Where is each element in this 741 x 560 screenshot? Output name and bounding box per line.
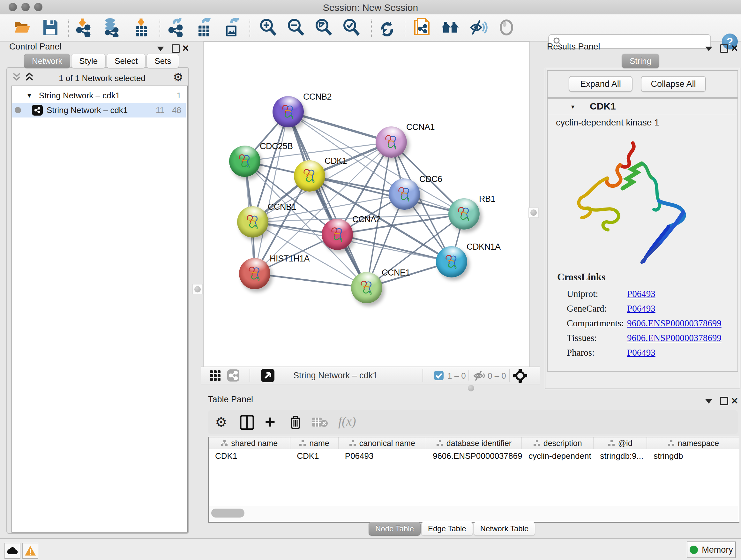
crosslink-compartments[interactable]: 9606.ENSP00000378699 [627,318,722,328]
zoom-in-button[interactable] [259,17,278,38]
network-options-gear-icon[interactable]: ⚙ [173,71,183,83]
node-RB1[interactable] [448,198,480,230]
network-collection-row[interactable]: ▼ String Network – cdk1 1 [12,88,186,103]
control-panel-close-icon[interactable]: ✕ [182,44,189,53]
column-header-namespace[interactable]: namespace [647,437,739,449]
export-network-button[interactable] [166,17,185,38]
gene-collapse-icon[interactable]: ▾ [571,103,575,111]
zoom-selected-button[interactable] [342,17,361,38]
node-label-CCNA2: CCNA2 [352,214,381,225]
network-row-selected[interactable]: String Network – cdk1 11 48 [12,103,186,118]
string-panel-toggle-button[interactable] [227,369,239,383]
scrollbar-thumb[interactable] [211,509,245,517]
collapse-all-button[interactable]: Collapse All [641,76,706,92]
show-column-selector-button[interactable] [240,415,254,431]
node-CDK1[interactable] [294,160,325,192]
selected-nodes-checkbox[interactable] [434,371,444,381]
fit-selected-target-button[interactable] [513,369,527,384]
table-panel-close-icon[interactable]: ✕ [731,396,738,406]
export-image-button[interactable] [222,17,242,38]
string-home-button[interactable] [441,17,460,38]
node-CCNB2[interactable] [273,96,304,127]
table-row[interactable]: CDK1 CDK1 P06493 9606.ENSP00000378699 cy… [209,449,739,463]
tab-network[interactable]: Network [24,54,70,68]
birdseye-view-button[interactable] [210,370,221,382]
results-panel-float-icon[interactable] [720,44,728,53]
table-panel-float-icon[interactable] [720,397,728,405]
crosslink-pharos[interactable]: P06493 [627,348,656,358]
control-panel-float-icon[interactable] [172,44,180,53]
cell-description[interactable]: cyclin-dependent ... [522,449,594,463]
save-session-button[interactable] [41,17,60,38]
column-header-name[interactable]: name [290,437,339,449]
attribute-icon [436,440,443,447]
collapse-all-networks-button[interactable] [11,72,22,83]
results-panel-close-icon[interactable]: ✕ [731,44,738,53]
cell-database-identifier[interactable]: 9606.ENSP00000378699 [426,449,522,463]
tab-select[interactable]: Select [107,54,145,68]
network-list: ▼ String Network – cdk1 1 String Network… [11,85,188,533]
hide-glass-effect-button[interactable] [469,17,488,38]
crosslink-genecard[interactable]: P06493 [627,303,656,314]
table-panel-menu-icon[interactable] [705,399,712,403]
node-CDC25B[interactable] [229,145,260,177]
cell-shared-name[interactable]: CDK1 [209,449,290,463]
cell-id[interactable]: stringdb:9... [594,449,647,463]
open-session-button[interactable] [13,17,32,38]
control-panel-menu-icon[interactable] [157,47,164,51]
tab-edge-table[interactable]: Edge Table [421,522,473,536]
node-CCNA1[interactable] [376,126,407,158]
zoom-out-button[interactable] [286,17,306,38]
import-network-from-file-button[interactable] [74,17,93,38]
column-header-database-identifier[interactable]: database identifier [426,437,522,449]
results-panel-menu-icon[interactable] [705,47,712,51]
tab-style[interactable]: Style [71,54,106,68]
column-header-id[interactable]: @id [594,437,647,449]
expand-all-networks-button[interactable] [24,72,35,83]
node-CCNA2[interactable] [322,219,353,250]
cell-name[interactable]: CDK1 [290,449,339,463]
right-splitter-handle[interactable] [529,207,539,218]
node-CDKN1A[interactable] [436,246,467,277]
tab-node-table[interactable]: Node Table [368,522,421,536]
cell-namespace[interactable]: stringdb [647,449,739,463]
network-canvas[interactable]: CCNB2CCNA1CDC25BCDK1CDC6RB1CCNB1CCNA2CDK… [203,42,530,367]
delete-column-button[interactable] [289,415,302,431]
column-header-description[interactable]: description [522,437,594,449]
column-header-canonical-name[interactable]: canonical name [339,437,426,449]
function-builder-button[interactable]: f(x) [338,414,356,429]
node-HIST1H1A[interactable] [239,258,270,289]
node-CCNB1[interactable] [237,206,268,238]
gene-header-row[interactable]: ▾ CDK1 [548,99,736,114]
node-CDC6[interactable] [389,179,420,210]
tab-string[interactable]: String [622,54,659,68]
crosslink-uniprot[interactable]: P06493 [627,289,656,299]
left-splitter-handle[interactable] [192,284,203,294]
tab-sets[interactable]: Sets [146,54,179,68]
open-in-new-window-button[interactable] [261,369,274,383]
warnings-button[interactable] [22,543,38,559]
node-CCNE1[interactable] [351,272,382,303]
zoom-fit-button[interactable] [314,17,333,38]
table-options-gear-icon[interactable]: ⚙ [215,416,227,429]
column-header-shared-name[interactable]: shared name [209,437,290,449]
delete-table-button[interactable] [312,417,329,429]
highlight-button[interactable] [497,17,516,38]
table-horizontal-scrollbar[interactable] [209,506,738,521]
expand-all-button[interactable]: Expand All [569,76,632,92]
import-network-from-database-button[interactable] [102,17,121,38]
tab-network-table[interactable]: Network Table [474,522,536,536]
hidden-elements-icon[interactable] [473,370,486,382]
crosslinks-title: CrossLinks [557,271,605,283]
export-table-button[interactable] [195,17,214,38]
create-column-button[interactable]: + [265,414,275,430]
refresh-button[interactable] [378,17,397,38]
string-document-button[interactable] [412,17,431,38]
import-table-from-file-button[interactable] [131,17,151,38]
tree-expand-icon[interactable]: ▼ [26,92,32,99]
crosslink-tissues[interactable]: 9606.ENSP00000378699 [627,333,722,343]
cloud-status-button[interactable] [4,543,20,559]
memory-button[interactable]: Memory [687,542,736,558]
bottom-splitter-handle[interactable] [468,385,474,391]
cell-canonical-name[interactable]: P06493 [339,449,426,463]
